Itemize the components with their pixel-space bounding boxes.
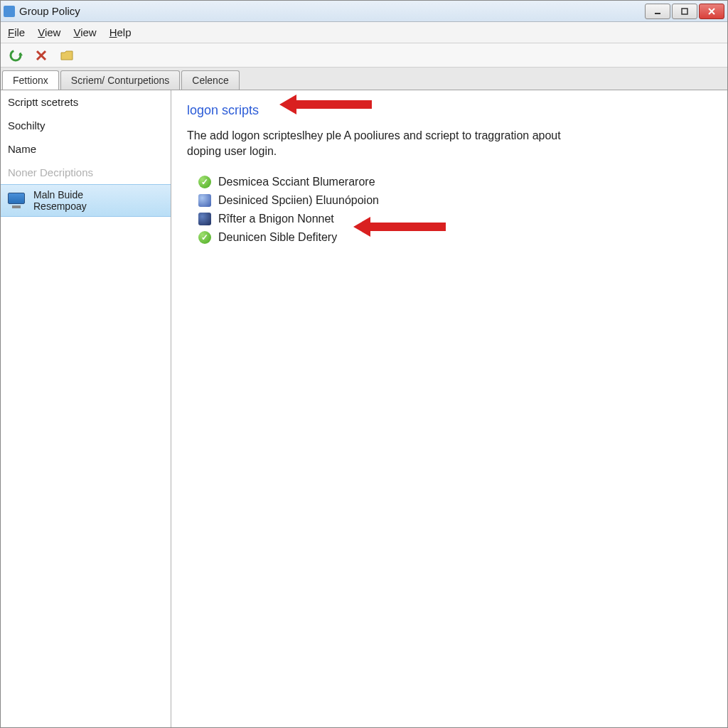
app-icon: [4, 6, 15, 17]
list-item[interactable]: Rîfter a Bnigon Nonnet: [198, 210, 712, 228]
content-item-list: ✓ Desmicea Scciant Blumerarore Desiniced…: [198, 173, 712, 247]
check-icon: ✓: [198, 176, 211, 188]
shield-icon: [198, 213, 211, 225]
menubar: File View View Help: [1, 22, 727, 43]
close-button[interactable]: [699, 4, 724, 19]
sidebar-label-security: Sochilty: [1, 114, 171, 137]
list-item[interactable]: Desiniced Spciien) Eluunópoion: [198, 191, 712, 210]
svg-rect-1: [682, 9, 687, 14]
window-frame: Group Policy File View View Help: [0, 0, 728, 728]
list-item-label: Desmicea Scciant Blumerarore: [218, 176, 375, 188]
window-title: Group Policy: [19, 5, 645, 17]
menu-view2-text: iew: [80, 26, 97, 38]
minimize-icon: [653, 7, 662, 16]
content-title: logon scripts: [187, 103, 712, 118]
sidebar: Scriptt scetrets Sochilty Name Noner Dec…: [1, 90, 171, 727]
refresh-icon[interactable]: [8, 48, 23, 63]
svg-marker-5: [18, 53, 23, 55]
content-description: The add logon scripteslhey ple A pooliur…: [187, 128, 585, 159]
sidebar-list: Maln Buide Resempoay: [1, 184, 171, 727]
window-controls: [645, 4, 724, 19]
tab-celence[interactable]: Celence: [181, 70, 239, 90]
maximize-icon: [680, 7, 689, 16]
list-item[interactable]: ✓ Deunicen Sible Defitery: [198, 228, 712, 247]
menu-help-text: elp: [117, 26, 132, 38]
menu-view-1[interactable]: View: [38, 26, 60, 38]
content-pane: logon scripts The add logon scripteslhey…: [171, 90, 727, 727]
computer-icon: [8, 193, 28, 208]
annotation-arrow: [353, 213, 453, 241]
info-icon: [198, 194, 211, 207]
sidebar-item-main[interactable]: Maln Buide Resempoay: [1, 184, 171, 217]
close-icon: [707, 7, 716, 16]
tabbar: Fettionx Scriem/ Conturpetions Celence: [1, 68, 727, 90]
sidebar-label-descriptions: Noner Decriptions: [1, 161, 171, 184]
annotation-arrow: [279, 90, 379, 119]
delete-icon[interactable]: [33, 48, 49, 63]
menu-help[interactable]: Help: [109, 26, 132, 38]
svg-marker-8: [279, 95, 372, 114]
list-item[interactable]: ✓ Desmicea Scciant Blumerarore: [198, 173, 712, 191]
list-item-label: Deunicen Sible Defitery: [218, 231, 337, 244]
svg-marker-9: [353, 217, 446, 237]
sidebar-label-name: Name: [1, 137, 171, 161]
tab-fettionx[interactable]: Fettionx: [2, 70, 59, 90]
menu-file[interactable]: File: [8, 26, 25, 38]
sidebar-label-scripts: Scriptt scetrets: [1, 90, 171, 114]
body: Scriptt scetrets Sochilty Name Noner Dec…: [1, 90, 727, 727]
sidebar-item-label: Maln Buide Resempoay: [33, 189, 87, 212]
menu-view1-text: iew: [45, 26, 61, 38]
menu-file-text: ile: [14, 26, 25, 38]
maximize-button[interactable]: [672, 4, 697, 19]
minimize-button[interactable]: [645, 4, 670, 19]
toolbar: [1, 43, 727, 68]
tab-scriem[interactable]: Scriem/ Conturpetions: [60, 70, 181, 90]
check-icon: ✓: [198, 231, 211, 244]
folder-icon[interactable]: [59, 48, 75, 63]
titlebar[interactable]: Group Policy: [1, 1, 727, 22]
list-item-label: Rîfter a Bnigon Nonnet: [218, 213, 334, 225]
list-item-label: Desiniced Spciien) Eluunópoion: [218, 194, 379, 207]
menu-view-2[interactable]: View: [73, 26, 96, 38]
